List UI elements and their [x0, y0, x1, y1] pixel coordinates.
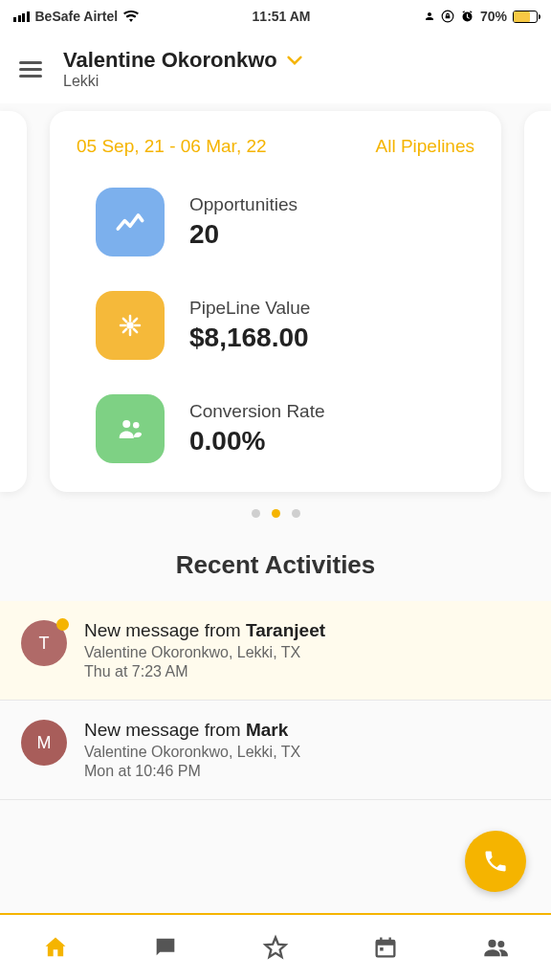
metric-value: 20 — [189, 219, 298, 250]
activity-time: Mon at 10:46 PM — [84, 763, 530, 780]
svg-line-6 — [123, 319, 126, 322]
card-peek-left — [0, 111, 27, 492]
activity-time: Thu at 7:23 AM — [84, 663, 530, 680]
metric-value: $8,168.00 — [189, 323, 310, 353]
nav-messages[interactable] — [151, 933, 180, 962]
metric-conversion-rate: Conversion Rate 0.00% — [77, 394, 474, 463]
avatar: T — [21, 620, 67, 666]
avatar: M — [21, 720, 67, 766]
metric-label: Conversion Rate — [189, 401, 325, 422]
user-location: Lekki — [63, 73, 302, 90]
star-icon — [262, 934, 289, 961]
activity-title: New message from Mark — [84, 720, 530, 741]
metric-label: Opportunities — [189, 194, 298, 215]
status-time: 11:51 AM — [253, 9, 311, 24]
activity-sub: Valentine Okoronkwo, Lekki, TX — [84, 744, 530, 761]
dot[interactable] — [292, 509, 300, 518]
chat-icon — [152, 934, 179, 961]
signal-icon — [13, 11, 30, 22]
call-fab[interactable] — [465, 831, 526, 892]
metric-value: 0.00% — [189, 426, 325, 457]
battery-icon — [513, 11, 538, 23]
home-icon — [42, 934, 69, 961]
calendar-icon — [372, 934, 399, 961]
date-range[interactable]: 05 Sep, 21 - 06 Mar, 22 — [77, 136, 267, 157]
person-icon — [424, 11, 435, 22]
user-name: Valentine Okoronkwo — [63, 48, 277, 73]
lock-rotation-icon — [441, 10, 454, 23]
status-bar: BeSafe Airtel 11:51 AM 70% — [0, 0, 551, 33]
activity-title: New message from Taranjeet — [84, 620, 530, 641]
metric-label: PipeLine Value — [189, 298, 310, 319]
pipelines-filter[interactable]: All Pipelines — [376, 136, 475, 157]
bottom-nav — [0, 913, 551, 980]
section-title: Recent Activities — [0, 550, 551, 580]
svg-line-9 — [134, 319, 137, 322]
card-peek-right — [524, 111, 551, 492]
metric-opportunities: Opportunities 20 — [77, 188, 474, 256]
alarm-icon — [460, 10, 474, 24]
phone-icon — [482, 848, 509, 875]
battery-percent: 70% — [480, 9, 507, 24]
people-icon — [482, 934, 509, 961]
status-right: 70% — [424, 9, 538, 24]
nav-calendar[interactable] — [371, 933, 400, 962]
dot-active[interactable] — [272, 509, 280, 518]
activity-item[interactable]: M New message from Mark Valentine Okoron… — [0, 701, 551, 800]
dashboard-carousel[interactable]: 05 Sep, 21 - 06 Mar, 22 All Pipelines Op… — [0, 103, 551, 492]
pipeline-value-icon — [96, 291, 165, 360]
dashboard-card: 05 Sep, 21 - 06 Mar, 22 All Pipelines Op… — [50, 111, 501, 492]
opportunities-icon — [96, 188, 165, 256]
nav-home[interactable] — [41, 933, 70, 962]
app-header: Valentine Okoronkwo Lekki — [0, 33, 551, 103]
activity-sub: Valentine Okoronkwo, Lekki, TX — [84, 644, 530, 661]
metric-pipeline-value: PipeLine Value $8,168.00 — [77, 291, 474, 360]
menu-icon[interactable] — [19, 61, 42, 78]
svg-line-8 — [123, 329, 126, 332]
activity-item[interactable]: T New message from Taranjeet Valentine O… — [0, 601, 551, 701]
chevron-down-icon — [287, 56, 302, 65]
status-left: BeSafe Airtel — [13, 9, 139, 24]
dot[interactable] — [252, 509, 260, 518]
svg-point-11 — [133, 422, 140, 429]
wifi-icon — [123, 11, 139, 22]
unread-badge — [56, 618, 69, 631]
conversion-rate-icon — [96, 394, 165, 463]
svg-point-1 — [126, 322, 134, 329]
nav-contacts[interactable] — [481, 933, 510, 962]
svg-line-7 — [134, 329, 137, 332]
user-selector[interactable]: Valentine Okoronkwo — [63, 48, 302, 73]
nav-favorites[interactable] — [261, 933, 290, 962]
carrier-label: BeSafe Airtel — [35, 9, 119, 24]
carousel-dots[interactable] — [0, 509, 551, 518]
svg-point-10 — [122, 420, 130, 428]
